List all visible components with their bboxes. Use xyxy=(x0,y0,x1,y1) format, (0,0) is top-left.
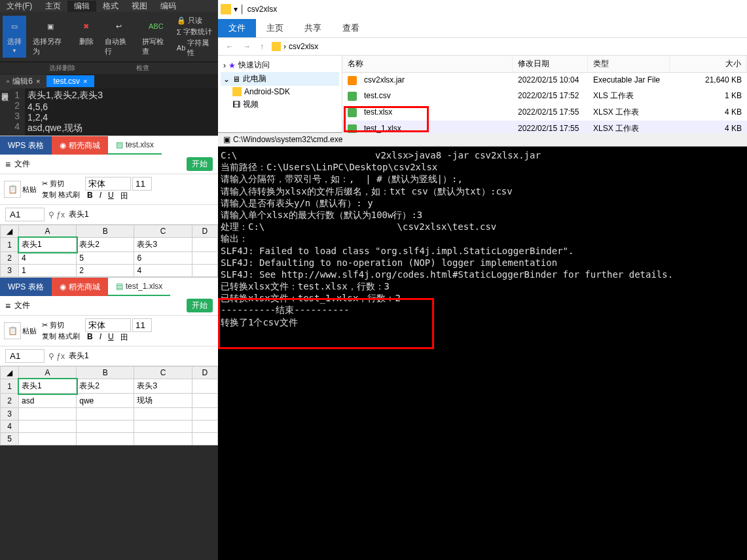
corner-cell[interactable]: ◢ xyxy=(1,225,19,238)
fmtbrush-button[interactable]: 格式刷 xyxy=(58,332,80,340)
cell[interactable] xyxy=(134,433,192,445)
cell[interactable]: 现场 xyxy=(134,394,192,408)
col-header[interactable]: D xyxy=(192,225,217,238)
cell[interactable] xyxy=(192,408,217,420)
ribbon-file[interactable]: 文件 xyxy=(218,19,256,37)
cell[interactable]: 表头2 xyxy=(77,238,134,252)
paste-button[interactable]: 粘贴 xyxy=(22,185,37,195)
list-item[interactable]: csv2xlsx.jar2022/02/15 10:04Executable J… xyxy=(342,73,747,88)
fontsize-select[interactable] xyxy=(132,177,152,191)
editor-tab-2[interactable]: test.csv× xyxy=(46,75,94,87)
cell[interactable] xyxy=(192,379,217,394)
wordcount-button[interactable]: Σ字数统计 xyxy=(177,27,215,37)
menu-home[interactable]: 主页 xyxy=(39,1,67,12)
wps-tab-app[interactable]: WPS 表格 xyxy=(0,278,52,296)
charprops-button[interactable]: Ab字符属性 xyxy=(177,38,215,58)
spell-button[interactable]: ABC 拼写检查 xyxy=(139,16,173,58)
col-header[interactable]: B xyxy=(77,367,134,379)
fx-icon[interactable]: ⚲ ƒx xyxy=(48,210,65,219)
copy-button[interactable]: 复制 xyxy=(42,332,56,340)
formula-bar[interactable]: 表头1 xyxy=(69,209,213,220)
wps-tab-store[interactable]: ◉稻壳商城 xyxy=(52,136,108,155)
hamburger-icon[interactable]: ≡ xyxy=(5,159,10,170)
menu-edit[interactable]: 编辑 xyxy=(67,1,96,12)
list-item[interactable]: test.xlsx2022/02/15 17:55XLSX 工作表4 KB xyxy=(342,104,747,121)
cell[interactable] xyxy=(19,408,77,420)
cell-ref-input[interactable] xyxy=(5,349,45,363)
cell[interactable]: 5 xyxy=(77,252,134,265)
fmtbrush-button[interactable]: 格式刷 xyxy=(58,191,80,198)
cell[interactable] xyxy=(192,394,217,408)
cell[interactable]: 1 xyxy=(19,265,77,277)
col-type[interactable]: 类型 xyxy=(588,56,670,72)
autowrap-button[interactable]: ↩ 自动换行 xyxy=(102,16,136,58)
border-button[interactable]: 田 xyxy=(118,332,130,343)
cell[interactable]: 4 xyxy=(134,265,192,277)
italic-button[interactable]: I xyxy=(98,332,103,343)
col-header[interactable]: A xyxy=(19,225,77,238)
fx-icon[interactable]: ⚲ ƒx xyxy=(48,352,65,361)
bold-button[interactable]: B xyxy=(85,332,95,343)
font-select[interactable] xyxy=(85,177,131,191)
wps-tab-file[interactable]: ▤test.xlsx xyxy=(108,136,162,155)
cell[interactable] xyxy=(192,420,217,433)
wps-tab-store[interactable]: ◉稻壳商城 xyxy=(52,278,108,296)
cell[interactable]: 表头3 xyxy=(134,238,192,252)
tree-android-sdk[interactable]: Android-SDK xyxy=(221,86,339,98)
underline-button[interactable]: U xyxy=(106,332,116,343)
cell[interactable] xyxy=(134,408,192,420)
bold-button[interactable]: B xyxy=(85,191,95,202)
corner-cell[interactable]: ◢ xyxy=(1,367,19,379)
start-button[interactable]: 开始 xyxy=(187,157,213,171)
cell[interactable] xyxy=(134,420,192,433)
cell[interactable]: 6 xyxy=(134,252,192,265)
underline-button[interactable]: U xyxy=(106,191,116,202)
tree-videos[interactable]: 🎞视频 xyxy=(221,98,339,111)
cell[interactable]: 表头1 xyxy=(19,379,77,394)
up-button[interactable]: ↑ xyxy=(257,42,266,51)
readonly-button[interactable]: 🔒只读 xyxy=(177,16,215,26)
row-header[interactable]: 4 xyxy=(1,420,19,433)
cell[interactable]: asd xyxy=(19,394,77,408)
row-header[interactable]: 2 xyxy=(1,394,19,408)
cell[interactable] xyxy=(77,408,134,420)
tree-this-pc[interactable]: ⌄🖥此电脑 xyxy=(221,72,339,86)
ribbon-home[interactable]: 主页 xyxy=(256,19,294,37)
row-header[interactable]: 1 xyxy=(1,238,19,252)
explorer-tree[interactable]: ›★快速访问 ⌄🖥此电脑 Android-SDK 🎞视频 xyxy=(218,56,342,132)
wps-tab-file[interactable]: ▤test_1.xlsx xyxy=(108,278,171,296)
ribbon-view[interactable]: 查看 xyxy=(332,19,370,37)
row-header[interactable]: 3 xyxy=(1,408,19,420)
tree-quick-access[interactable]: ›★快速访问 xyxy=(221,58,339,72)
row-header[interactable]: 2 xyxy=(1,252,19,265)
explorer-list[interactable]: 名称 修改日期 类型 大小 csv2xlsx.jar2022/02/15 10:… xyxy=(342,56,747,132)
col-size[interactable]: 大小 xyxy=(670,56,747,72)
file-button[interactable]: 文件 xyxy=(14,300,30,311)
fontsize-select[interactable] xyxy=(132,318,152,332)
italic-button[interactable]: I xyxy=(98,191,103,202)
forward-button[interactable]: → xyxy=(240,42,253,51)
menu-view[interactable]: 视图 xyxy=(125,1,154,12)
col-header[interactable]: D xyxy=(192,367,217,379)
side-collapse-tab[interactable]: 以开者网 xyxy=(0,85,10,90)
font-select[interactable] xyxy=(85,318,131,332)
copy-button[interactable]: 复制 xyxy=(42,191,56,198)
hamburger-icon[interactable]: ≡ xyxy=(5,301,10,311)
cut-button[interactable]: ✂ 剪切 xyxy=(42,320,80,330)
cell[interactable] xyxy=(77,433,134,445)
code-text[interactable]: 表头1,表头2,表头3 4,5,6 1,2,4 asd,qwe,现场 xyxy=(25,88,218,136)
menu-file[interactable]: 文件(F) xyxy=(0,1,39,12)
select-button[interactable]: ▭ 选择 ▼ xyxy=(3,16,26,58)
cell[interactable]: 2 xyxy=(77,265,134,277)
col-name[interactable]: 名称 xyxy=(342,56,513,72)
row-header[interactable]: 1 xyxy=(1,379,19,394)
cell[interactable] xyxy=(19,420,77,433)
col-header[interactable]: B xyxy=(77,225,134,238)
delete-button[interactable]: ✖ 删除 xyxy=(75,16,98,58)
back-button[interactable]: ← xyxy=(223,42,236,51)
code-editor[interactable]: 1234 表头1,表头2,表头3 4,5,6 1,2,4 asd,qwe,现场 xyxy=(0,88,218,136)
border-button[interactable]: 田 xyxy=(118,191,130,202)
col-date[interactable]: 修改日期 xyxy=(513,56,588,72)
formula-bar[interactable]: 表头1 xyxy=(69,350,213,362)
cell[interactable]: 表头3 xyxy=(134,379,192,394)
